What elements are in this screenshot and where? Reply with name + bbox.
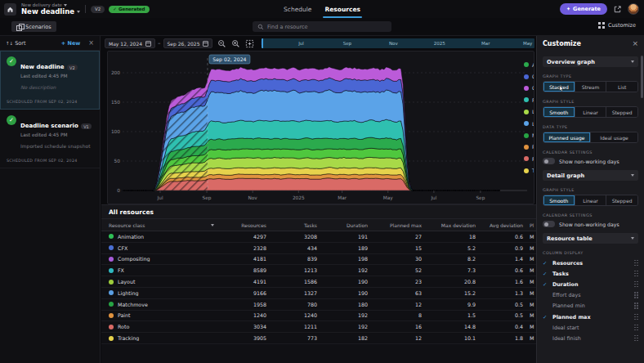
table-row[interactable]: Matchmove1958780180129.90.5M	[101, 299, 536, 311]
grid-icon	[598, 22, 605, 29]
date-to-input[interactable]: Sep 26, 2025	[163, 38, 213, 48]
legend-item[interactable]: CFX	[524, 70, 534, 82]
column-display-item[interactable]: ✓Planned max	[543, 311, 638, 322]
page-title[interactable]: New deadline	[21, 8, 74, 16]
section-header-resource-table[interactable]: Resource table	[543, 233, 638, 244]
column-display-item[interactable]: ✓Tasks	[543, 268, 638, 279]
column-display-item[interactable]: ✓Resources	[543, 258, 638, 268]
option-linear[interactable]: Linear	[575, 107, 607, 117]
option-smooth[interactable]: Smooth	[543, 195, 575, 205]
avatar[interactable]	[628, 3, 639, 15]
export-icon[interactable]	[613, 5, 622, 14]
column-display-item[interactable]: Effort days	[543, 290, 638, 301]
column-display-item[interactable]: Ideal start	[543, 322, 638, 333]
option-stepped[interactable]: Stepped	[606, 195, 637, 205]
drag-handle-icon[interactable]	[634, 335, 638, 342]
zoom-out-button[interactable]	[217, 39, 226, 48]
timeline-brush[interactable]: JulSepNov2025MarMay	[262, 38, 534, 48]
table-row[interactable]: Tracking39057731821210.11.8M	[101, 333, 536, 344]
drag-handle-icon[interactable]	[634, 325, 638, 331]
column-header-truncated[interactable]: Pl	[530, 222, 536, 228]
chevron-down-icon[interactable]	[77, 11, 80, 13]
table-row[interactable]: Paint1240124019281.50.5M	[101, 311, 536, 322]
column-header[interactable]: Tasks	[273, 222, 324, 228]
toggle-switch[interactable]	[543, 221, 555, 227]
resource-color-dot	[109, 280, 114, 285]
legend-item[interactable]: Roto	[524, 153, 534, 164]
zoom-in-button[interactable]	[231, 39, 240, 48]
column-display-item[interactable]: ✓Duration	[543, 279, 638, 289]
option-ideal-usage[interactable]: Ideal usage	[591, 132, 637, 142]
status-badge: ✓Generated	[109, 6, 149, 13]
table-row[interactable]: Animation4297320819127180.6M	[101, 231, 536, 243]
drag-handle-icon[interactable]	[634, 281, 638, 288]
home-button[interactable]	[4, 3, 16, 16]
legend-item[interactable]: Animation	[524, 59, 534, 70]
segmented-control: Planned usageIdeal usage	[543, 132, 638, 143]
column-header[interactable]: Duration	[324, 222, 374, 228]
legend-item[interactable]: FX	[524, 94, 534, 105]
toggle-switch[interactable]	[543, 158, 555, 164]
date-from-input[interactable]: May 12, 2024	[105, 38, 155, 48]
option-stepped[interactable]: Stepped	[606, 107, 637, 117]
column-display-item[interactable]: Ideal finish	[543, 333, 638, 343]
option-stream[interactable]: Stream	[575, 82, 607, 92]
option-smooth[interactable]: Smooth	[543, 107, 575, 117]
legend-label: Compositing	[532, 85, 534, 91]
resource-color-dot	[109, 325, 114, 329]
table-row[interactable]: FX85891213192527.30.6M	[101, 265, 536, 276]
scenarios-button[interactable]: Scenarios	[11, 21, 56, 32]
close-icon[interactable]: ×	[632, 39, 638, 47]
new-scenario-button[interactable]: + New	[61, 40, 81, 47]
legend-item[interactable]: Compositing	[524, 83, 534, 94]
option-list[interactable]: List	[606, 82, 637, 92]
legend-dot	[524, 62, 529, 67]
section-header-detail-graph[interactable]: Detail graph	[543, 170, 638, 181]
column-header[interactable]: Max deviation	[428, 222, 482, 228]
duration-cell: 189	[324, 245, 374, 251]
legend-item[interactable]: Layout	[524, 106, 534, 118]
legend-item[interactable]: Lighting	[524, 118, 534, 129]
legend-item[interactable]: Tracking	[524, 165, 534, 177]
scenario-card[interactable]: ✓New deadlineV2Last edited 4:45 PMNo des…	[0, 51, 100, 110]
toggle-label: Show non-working days	[559, 159, 619, 164]
table-row[interactable]: Lighting916613271906315.21.3M	[101, 288, 536, 299]
resource-class-cell: Lighting	[101, 290, 222, 296]
drag-handle-icon[interactable]	[634, 314, 638, 320]
column-header[interactable]: Avg deviation	[482, 222, 530, 228]
column-display-item[interactable]: Planned min	[543, 301, 638, 311]
stacked-area-chart[interactable]: 050100150200JulSepNov2025MarMayJulSepSep…	[108, 52, 534, 204]
column-header[interactable]: Resource class	[101, 222, 222, 228]
duration-cell: 192	[324, 324, 374, 329]
overview-chart[interactable]: 050100150200JulSepNov2025MarMayJulSepSep…	[107, 51, 534, 204]
legend-item[interactable]: Paint	[524, 141, 534, 153]
scenario-card[interactable]: ✓Deadline scenarioV1Last edited 4:45 PMI…	[0, 110, 100, 168]
table-row[interactable]: Roto303412111921614.80.4M	[101, 321, 536, 333]
scenario-check-icon: ✓	[7, 115, 16, 125]
section-header-overview-graph[interactable]: Overview graph	[543, 56, 638, 67]
table-row[interactable]: CFX2328434189155.20.9M	[101, 243, 536, 254]
drag-handle-icon[interactable]	[634, 292, 638, 298]
option-linear[interactable]: Linear	[575, 195, 607, 205]
close-sidebar-icon[interactable]: ×	[88, 39, 94, 47]
tab-schedule[interactable]: Schedule	[284, 0, 311, 18]
option-planned-usage[interactable]: Planned usage	[543, 132, 591, 142]
table-row[interactable]: Compositing4181839198308.21.4M	[101, 254, 536, 266]
generate-button[interactable]: ✦Generate	[560, 3, 607, 15]
drag-handle-icon[interactable]	[634, 260, 638, 267]
customize-toggle[interactable]: Customize	[598, 22, 636, 29]
drag-handle-icon[interactable]	[634, 302, 638, 309]
mouse-cursor-icon	[559, 86, 564, 92]
drag-handle-icon[interactable]	[634, 271, 638, 277]
resources-cell: 3034	[222, 324, 273, 329]
option-stacked[interactable]: Stacked	[543, 82, 575, 92]
tab-resources[interactable]: Resources	[324, 0, 360, 18]
legend-item[interactable]: Matchmove	[524, 129, 534, 141]
column-header[interactable]: Resources	[222, 222, 273, 228]
sort-button[interactable]: ↑↓Sort	[6, 40, 26, 47]
column-header[interactable]: Planned max	[374, 222, 428, 228]
table-row[interactable]: Layout419115861902320.81.6M	[101, 276, 536, 288]
marquee-zoom-button[interactable]	[245, 39, 254, 48]
search-input[interactable]: Find a resource	[253, 21, 391, 32]
panel-scrollbar[interactable]	[641, 56, 643, 98]
